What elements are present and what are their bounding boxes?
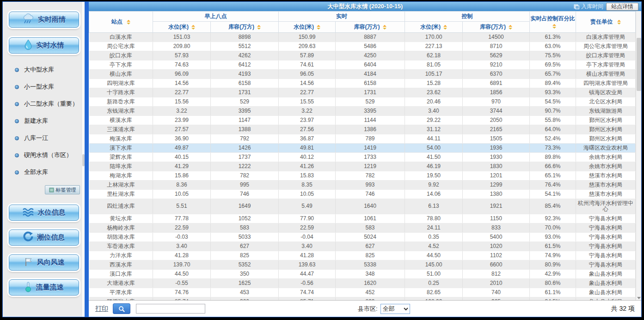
table-row[interactable]: 梅溪水库36.9079236.8778944.11150552.4%鄞州区水利局 [89,134,636,144]
sidebar-button-wind-flag[interactable]: 风向风速 [9,254,79,271]
header-station[interactable]: 站点 [89,12,153,33]
cell-ctrl_level: 15.28 [405,79,463,88]
sort-icon[interactable] [127,20,130,24]
sort-icon[interactable] [317,25,320,30]
bullet-icon [15,170,19,175]
cell-rt_cap: 1620 [336,279,405,288]
cell-rt_level: -0.04 [279,233,336,242]
sort-icon[interactable] [509,25,512,30]
flow-icon [24,281,32,294]
table-scrollbar[interactable] [636,11,641,300]
scrollbar-down-arrow[interactable] [637,297,641,299]
cell-ctrl_level: 62.18 [405,51,463,60]
sort-icon[interactable] [257,25,261,30]
sidebar-button-flow[interactable]: 流量流速 [9,279,79,296]
table-row[interactable]: 东钱湖水库3.2233953.2233953.40374490.7%东钱湖旅游局 [89,107,636,116]
search-button[interactable] [113,303,130,314]
sidebar-item-新建水库[interactable]: 新建水库 [15,117,85,125]
cell-ctrl_cap: 970 [463,97,530,107]
table-row[interactable]: 陆埠水库41.29122241.26121946.19183066.6%余姚市水… [89,162,636,171]
table-row[interactable]: 四明湖水库14.56615814.56615815.28689189.4%四明湖… [89,79,636,88]
table-row[interactable]: 皎口水库57.93426257.89425062.18562975.5%皎口水库… [89,51,636,60]
print-link[interactable]: 打印 [95,305,108,313]
county-select[interactable]: 全部 [380,304,410,314]
sidebar-button-tide[interactable]: 潮位信息 [9,229,79,246]
tag-manage-button[interactable]: 标签管理 [45,185,80,194]
cell-unit: 海曙区农业农村局 [576,144,636,153]
cell-rt_level: 3.40 [279,242,336,251]
cell-rt_level: -0.56 [279,279,336,288]
table-row[interactable]: 梅湖水库15.8678215.8378219.50120165.1%慈溪市水利局 [89,171,636,181]
sort-icon[interactable] [191,25,195,30]
cell-ctrl_level: 0.25 [405,279,463,288]
header-ctrl-capacity[interactable]: 库容(万方) [463,22,530,33]
cell-ctrl_level: 19.50 [405,171,463,181]
table-row[interactable]: 四灶浦水库5.5116495.4916406.13192185.4%杭州湾海洋水… [89,199,636,214]
bullet-icon [15,85,19,89]
cell-unit: 鄞州区水利局 [576,116,636,125]
cell-station: 大塘港水库 [89,279,153,288]
cell-ctrl_level: 3.40 [405,107,463,116]
cell-m8_level: 41.29 [153,162,211,171]
header-rt-level[interactable]: 水位(米) [279,22,336,33]
sidebar-button-water-drop[interactable]: 实时水情 [9,37,79,54]
cell-ctrl_cap: 1505 [463,134,530,144]
sidebar-item-大中型水库[interactable]: 大中型水库 [15,66,85,74]
table-row[interactable]: 车岙港水库3.406273.406274.52102061.5%宁海县水利局 [89,242,636,251]
table-row[interactable]: 溪口水库44.5035044.4734851.0081242.9%象山县水利局 [89,270,636,279]
search-input[interactable] [136,304,205,314]
table-row[interactable]: 白溪水库151.038898150.998887170.001450061.3%… [89,33,636,42]
station-detail-button[interactable]: 站点详情 [606,3,638,11]
table-row[interactable]: 杨梅岭水库22.5958322.5958324.1183370.0%宁海县水利局 [89,223,636,233]
cell-rt_level: 74.74 [279,288,336,297]
table-row[interactable]: 平潭水库74.7645374.7445282.6574061.1%象山县水利局 [89,288,636,297]
cell-pct: 74.9% [530,251,576,260]
table-row[interactable]: 上林湖水库8.369958.359939.92129976.4%慈溪市水利局 [89,181,636,190]
header-unit[interactable]: 责任单位 [576,12,636,33]
table-row[interactable]: 梁辉水库40.15173740.12173341.50193089.8%余姚市水… [89,153,636,162]
sort-icon[interactable] [552,24,556,29]
table-row[interactable]: 三溪浦水库27.57138827.56138631.12216564.0%鄞州区… [89,125,636,134]
sidebar-item-全部水库[interactable]: 全部水库 [15,168,85,176]
table-row[interactable]: 十字路水库22.77173122.77173123.62185693.3%镇海区… [89,88,636,97]
sort-icon[interactable] [617,20,621,24]
table-row[interactable]: 周公宅水库209.805512209.635486227.13871063.0%… [89,42,636,51]
intake-time-label: 入库时间 [581,3,603,11]
sidebar-button-wave[interactable]: 水位信息 [9,205,79,221]
table-row[interactable]: 力洋水库41.2882541.2882544.50110274.9%宁海县水利局 [89,251,636,260]
table-row[interactable]: 西溪水库139.705352139.635338145.00660080.9%宁… [89,260,636,270]
cell-unit: 宁海县水利局 [576,251,636,260]
cell-ctrl_cap: 2010 [463,279,530,288]
sidebar-item-碶闸水情（市区）[interactable]: 碶闸水情（市区） [15,151,85,159]
cell-m8_level: 36.90 [153,134,211,144]
sidebar-item-小一型水库[interactable]: 小一型水库 [15,83,85,91]
sort-icon[interactable] [383,25,386,30]
sidebar-item-八库一江[interactable]: 八库一江 [15,134,85,142]
header-rt-capacity[interactable]: 库容(万方) [336,22,405,33]
scrollbar-thumb[interactable] [637,38,641,91]
cell-rt_cap: 993 [336,181,405,190]
sort-icon[interactable] [443,25,447,30]
intake-time-toggle[interactable]: 入库时间 [574,3,603,11]
table-row[interactable]: 大塘港水库-0.551625-0.5616200.25201080.6%象山县水… [89,279,636,288]
table-row[interactable]: 胡陈港水库-0.035033-0.0450240.35540093.0%宁海县水… [89,233,636,242]
table-row[interactable]: 横山水库96.09419396.054184105.17637065.7%横山水… [89,70,636,79]
sidebar-button-rain[interactable]: 实时雨情 [9,12,79,28]
table-row[interactable]: 溪下水库49.87142649.81141954.00193673.3%海曙区农… [89,144,636,153]
header-ctrl-level[interactable]: 水位(米) [405,22,463,33]
table-row[interactable]: 横溪水库23.99114723.97114429.22205055.8%鄞州区水… [89,116,636,125]
table-row[interactable]: 里杜湖水库10.0574610.0574614.06138054.1%慈溪市水利… [89,190,636,199]
sidebar-scrollbar[interactable] [81,2,85,317]
sidebar-item-小二型水库（重要）[interactable]: 小二型水库（重要） [15,100,85,108]
table-row[interactable]: 亭下水库74.63641274.61640481.05921069.5%亭下水库… [89,60,636,70]
cell-rt_level: 41.28 [279,251,336,260]
cell-ctrl_level: 20.46 [405,97,463,107]
header-pct[interactable]: 实时占控制百分比 [530,12,576,33]
header-m8-capacity[interactable]: 库容(万方) [211,22,279,33]
cell-m8_level: 209.80 [153,42,211,51]
cell-m8_cap: 782 [211,171,279,181]
header-m8-level[interactable]: 水位(米) [153,22,211,33]
table-row[interactable]: 新路岙水库15.5652915.5552920.4697054.5%北仑区水利局 [89,97,636,107]
cell-pct: 75.5% [530,51,576,60]
table-row[interactable]: 黄坛水库77.78105277.90106178.80115092.3%宁海县水… [89,214,636,223]
